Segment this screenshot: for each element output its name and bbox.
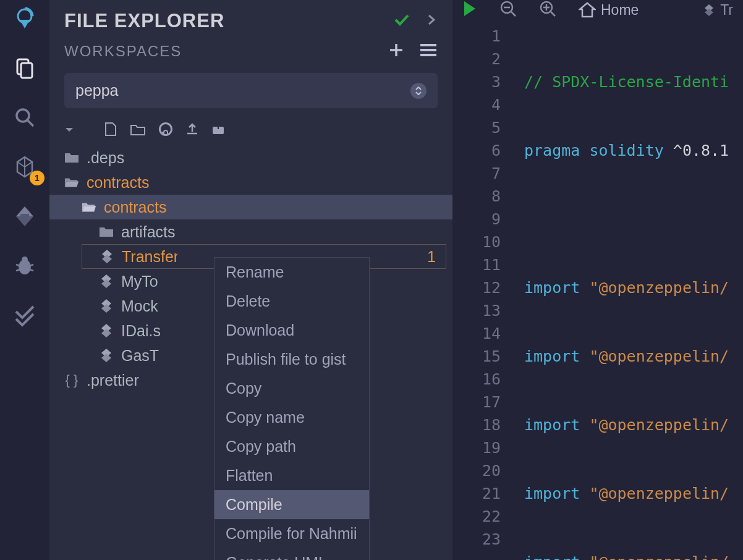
home-icon	[579, 2, 596, 18]
editor-toolbar: Home Tr	[452, 0, 743, 20]
compiler-icon[interactable]: 1	[12, 155, 37, 179]
folder-open-icon	[82, 201, 96, 213]
load-icon[interactable]	[211, 123, 225, 138]
context-copy[interactable]: Copy	[214, 374, 369, 403]
solidity-icon	[99, 299, 114, 313]
workspace-name: peppa	[75, 82, 119, 100]
debugger-icon[interactable]	[12, 253, 37, 278]
file-explorer-panel: FILE EXPLORER WORKSPACES peppa .deps	[49, 0, 452, 560]
icon-sidebar: 1	[0, 0, 49, 560]
context-flatten[interactable]: Flatten	[214, 461, 369, 490]
context-generate-uml[interactable]: Generate UML	[214, 548, 369, 560]
code-content[interactable]: // SPDX-License-Identi pragma solidity ^…	[513, 20, 743, 560]
checks-icon[interactable]	[12, 303, 37, 328]
new-folder-icon[interactable]	[130, 122, 146, 138]
svg-line-20	[511, 12, 516, 16]
context-rename[interactable]: Rename	[214, 258, 369, 287]
chevron-right-icon[interactable]	[425, 14, 438, 28]
play-icon[interactable]	[462, 0, 477, 20]
context-copy-path[interactable]: Copy path	[214, 432, 369, 461]
zoom-out-icon[interactable]	[499, 0, 517, 20]
file-toolbar	[49, 118, 452, 143]
files-icon[interactable]	[12, 56, 37, 80]
deploy-icon[interactable]	[12, 204, 37, 229]
svg-line-23	[551, 12, 555, 16]
svg-rect-2	[21, 63, 32, 78]
panel-title: FILE EXPLORER	[64, 10, 224, 32]
tree-folder-contracts[interactable]: contracts	[49, 170, 452, 195]
home-tab[interactable]: Home	[579, 2, 639, 19]
editor-panel: Home Tr 12345678910111213141516171819202…	[452, 0, 743, 560]
folder-icon	[99, 226, 114, 238]
svg-line-10	[30, 269, 33, 271]
context-download[interactable]: Download	[214, 316, 369, 345]
tree-folder-artifacts[interactable]: artifacts	[49, 219, 452, 244]
new-file-icon[interactable]	[104, 122, 117, 139]
workspace-select[interactable]: peppa	[64, 73, 438, 108]
solidity-icon	[100, 249, 114, 264]
context-compile[interactable]: Compile	[214, 490, 369, 519]
file-tab[interactable]: Tr	[704, 2, 733, 19]
context-publish[interactable]: Publish file to gist	[214, 345, 369, 374]
check-icon[interactable]	[393, 11, 410, 31]
collapse-icon[interactable]	[64, 125, 74, 136]
solidity-icon	[99, 274, 114, 289]
context-compile-nahmii[interactable]: Compile for Nahmii	[214, 519, 369, 548]
solidity-icon	[99, 348, 114, 363]
folder-open-icon	[64, 176, 79, 189]
svg-point-3	[17, 109, 29, 122]
tree-folder-deps[interactable]: .deps	[49, 145, 452, 170]
hamburger-icon[interactable]	[419, 42, 438, 61]
github-icon[interactable]	[158, 122, 173, 139]
context-menu: Rename Delete Download Publish file to g…	[214, 257, 370, 560]
code-area[interactable]: 1234567891011121314151617181920212223 //…	[452, 20, 743, 560]
svg-line-9	[16, 269, 20, 271]
folder-icon	[64, 151, 79, 164]
add-workspace-icon[interactable]	[388, 42, 404, 61]
braces-icon: { }	[64, 372, 79, 388]
error-count: 1	[427, 248, 436, 266]
solidity-icon	[704, 4, 714, 16]
logo-icon[interactable]	[12, 6, 37, 31]
svg-line-4	[28, 121, 33, 126]
svg-point-6	[22, 257, 28, 263]
tree-folder-contracts-nested[interactable]: contracts	[49, 195, 452, 219]
context-delete[interactable]: Delete	[214, 287, 369, 316]
line-gutter: 1234567891011121314151617181920212223	[452, 20, 513, 560]
zoom-in-icon[interactable]	[539, 0, 556, 20]
compiler-badge: 1	[30, 171, 45, 185]
workspaces-label: WORKSPACES	[64, 43, 182, 60]
select-indicator-icon	[410, 83, 427, 99]
upload-icon[interactable]	[185, 122, 199, 138]
search-icon[interactable]	[12, 105, 37, 130]
context-copy-name[interactable]: Copy name	[214, 403, 369, 432]
solidity-icon	[99, 323, 114, 338]
